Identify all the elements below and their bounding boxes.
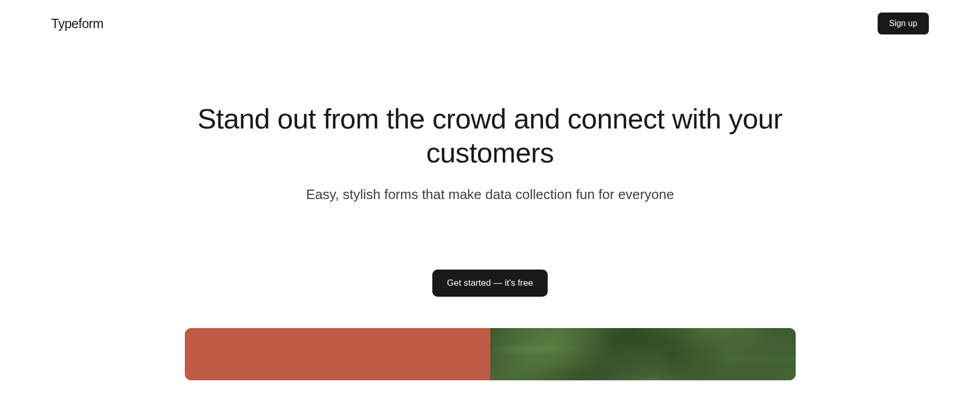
hero-headline: Stand out from the crowd and connect wit… — [177, 102, 804, 170]
signup-button[interactable]: Sign up — [878, 13, 929, 34]
hero-image-left-panel — [185, 328, 490, 380]
page-header: Typeform Sign up — [0, 0, 980, 47]
cta-container: Get started — it's free — [177, 270, 804, 297]
hero-image-section — [185, 328, 796, 380]
logo[interactable]: Typeform — [51, 16, 103, 31]
get-started-button[interactable]: Get started — it's free — [432, 270, 548, 297]
hero-image-right-panel — [490, 328, 796, 380]
hero-subheadline: Easy, stylish forms that make data colle… — [177, 186, 804, 203]
hero-section: Stand out from the crowd and connect wit… — [177, 47, 804, 297]
